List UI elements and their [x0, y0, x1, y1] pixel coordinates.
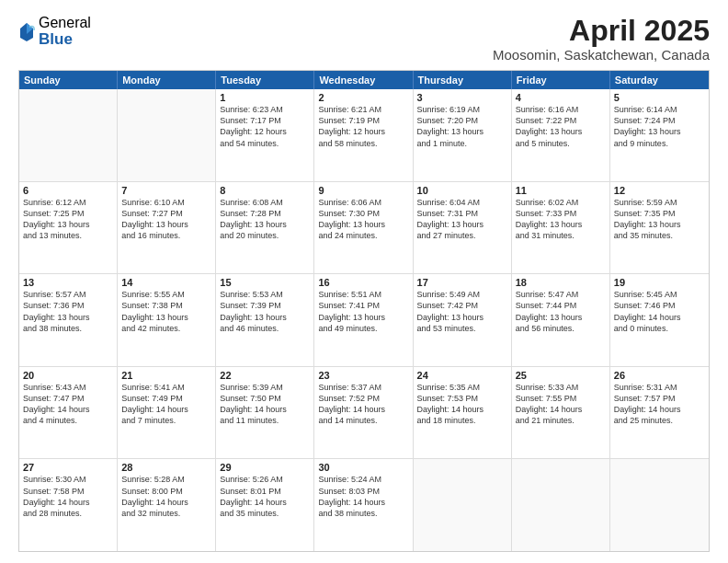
day-cell-8: 8Sunrise: 6:08 AMSunset: 7:28 PMDaylight… [216, 182, 314, 274]
day-info: Sunrise: 5:57 AMSunset: 7:36 PMDaylight:… [23, 289, 113, 334]
header-day-wednesday: Wednesday [314, 71, 413, 89]
logo-icon [18, 21, 35, 41]
day-info: Sunrise: 6:12 AMSunset: 7:25 PMDaylight:… [23, 197, 113, 242]
day-info: Sunrise: 5:28 AMSunset: 8:00 PMDaylight:… [121, 474, 211, 519]
day-cell-30: 30Sunrise: 5:24 AMSunset: 8:03 PMDayligh… [314, 459, 413, 551]
day-number: 27 [23, 462, 113, 473]
page-subtitle: Moosomin, Saskatchewan, Canada [493, 47, 710, 63]
logo: General Blue [18, 15, 91, 48]
calendar: SundayMondayTuesdayWednesdayThursdayFrid… [18, 70, 710, 552]
day-cell-2: 2Sunrise: 6:21 AMSunset: 7:19 PMDaylight… [314, 89, 413, 181]
day-cell-10: 10Sunrise: 6:04 AMSunset: 7:31 PMDayligh… [414, 182, 512, 274]
day-number: 6 [23, 185, 113, 196]
day-number: 25 [516, 370, 606, 381]
day-number: 18 [516, 277, 606, 288]
day-cell-23: 23Sunrise: 5:37 AMSunset: 7:52 PMDayligh… [314, 367, 413, 459]
day-cell-1: 1Sunrise: 6:23 AMSunset: 7:17 PMDaylight… [216, 89, 314, 181]
header-day-thursday: Thursday [414, 71, 512, 89]
day-number: 15 [220, 277, 310, 288]
day-cell-13: 13Sunrise: 5:57 AMSunset: 7:36 PMDayligh… [19, 274, 118, 366]
day-number: 23 [318, 370, 408, 381]
header-day-sunday: Sunday [19, 71, 118, 89]
day-cell-14: 14Sunrise: 5:55 AMSunset: 7:38 PMDayligh… [118, 274, 216, 366]
day-cell-9: 9Sunrise: 6:06 AMSunset: 7:30 PMDaylight… [314, 182, 413, 274]
calendar-row-2: 13Sunrise: 5:57 AMSunset: 7:36 PMDayligh… [19, 274, 709, 367]
day-info: Sunrise: 5:26 AMSunset: 8:01 PMDaylight:… [220, 474, 310, 519]
header-day-tuesday: Tuesday [216, 71, 314, 89]
day-number: 4 [516, 92, 606, 103]
day-cell-29: 29Sunrise: 5:26 AMSunset: 8:01 PMDayligh… [216, 459, 314, 551]
day-number: 1 [220, 92, 310, 103]
day-number: 29 [220, 462, 310, 473]
day-cell-21: 21Sunrise: 5:41 AMSunset: 7:49 PMDayligh… [118, 367, 216, 459]
day-info: Sunrise: 5:45 AMSunset: 7:46 PMDaylight:… [614, 289, 705, 334]
day-number: 13 [23, 277, 113, 288]
day-cell-20: 20Sunrise: 5:43 AMSunset: 7:47 PMDayligh… [19, 367, 118, 459]
day-cell-5: 5Sunrise: 6:14 AMSunset: 7:24 PMDaylight… [610, 89, 709, 181]
day-cell-16: 16Sunrise: 5:51 AMSunset: 7:41 PMDayligh… [314, 274, 413, 366]
empty-cell [414, 459, 512, 551]
day-info: Sunrise: 6:04 AMSunset: 7:31 PMDaylight:… [417, 197, 507, 242]
day-info: Sunrise: 5:30 AMSunset: 7:58 PMDaylight:… [23, 474, 113, 519]
day-cell-24: 24Sunrise: 5:35 AMSunset: 7:53 PMDayligh… [414, 367, 512, 459]
calendar-row-0: 1Sunrise: 6:23 AMSunset: 7:17 PMDaylight… [19, 89, 709, 182]
empty-cell [19, 89, 118, 181]
day-number: 22 [220, 370, 310, 381]
day-number: 26 [614, 370, 705, 381]
day-number: 21 [121, 370, 211, 381]
day-cell-15: 15Sunrise: 5:53 AMSunset: 7:39 PMDayligh… [216, 274, 314, 366]
day-number: 20 [23, 370, 113, 381]
title-block: April 2025 Moosomin, Saskatchewan, Canad… [493, 15, 710, 63]
day-number: 12 [614, 185, 705, 196]
day-info: Sunrise: 5:51 AMSunset: 7:41 PMDaylight:… [318, 289, 408, 334]
day-info: Sunrise: 6:16 AMSunset: 7:22 PMDaylight:… [516, 104, 606, 149]
header-day-friday: Friday [512, 71, 610, 89]
day-cell-17: 17Sunrise: 5:49 AMSunset: 7:42 PMDayligh… [414, 274, 512, 366]
day-cell-18: 18Sunrise: 5:47 AMSunset: 7:44 PMDayligh… [512, 274, 610, 366]
day-info: Sunrise: 5:31 AMSunset: 7:57 PMDaylight:… [614, 382, 705, 427]
day-info: Sunrise: 5:49 AMSunset: 7:42 PMDaylight:… [417, 289, 507, 334]
calendar-row-4: 27Sunrise: 5:30 AMSunset: 7:58 PMDayligh… [19, 459, 709, 551]
page: General Blue April 2025 Moosomin, Saskat… [0, 0, 728, 563]
day-number: 2 [318, 92, 408, 103]
page-title: April 2025 [493, 15, 710, 47]
day-info: Sunrise: 5:59 AMSunset: 7:35 PMDaylight:… [614, 197, 705, 242]
day-info: Sunrise: 5:33 AMSunset: 7:55 PMDaylight:… [516, 382, 606, 427]
day-info: Sunrise: 5:55 AMSunset: 7:38 PMDaylight:… [121, 289, 211, 334]
day-cell-19: 19Sunrise: 5:45 AMSunset: 7:46 PMDayligh… [610, 274, 709, 366]
day-number: 16 [318, 277, 408, 288]
day-info: Sunrise: 5:35 AMSunset: 7:53 PMDaylight:… [417, 382, 507, 427]
calendar-row-3: 20Sunrise: 5:43 AMSunset: 7:47 PMDayligh… [19, 367, 709, 460]
day-info: Sunrise: 6:06 AMSunset: 7:30 PMDaylight:… [318, 197, 408, 242]
day-number: 14 [121, 277, 211, 288]
day-cell-6: 6Sunrise: 6:12 AMSunset: 7:25 PMDaylight… [19, 182, 118, 274]
header: General Blue April 2025 Moosomin, Saskat… [18, 15, 710, 63]
day-cell-26: 26Sunrise: 5:31 AMSunset: 7:57 PMDayligh… [610, 367, 709, 459]
logo-blue: Blue [39, 31, 91, 49]
empty-cell [610, 459, 709, 551]
day-info: Sunrise: 6:19 AMSunset: 7:20 PMDaylight:… [417, 104, 507, 149]
day-cell-27: 27Sunrise: 5:30 AMSunset: 7:58 PMDayligh… [19, 459, 118, 551]
day-info: Sunrise: 5:39 AMSunset: 7:50 PMDaylight:… [220, 382, 310, 427]
day-number: 5 [614, 92, 705, 103]
calendar-body: 1Sunrise: 6:23 AMSunset: 7:17 PMDaylight… [19, 89, 709, 551]
day-cell-3: 3Sunrise: 6:19 AMSunset: 7:20 PMDaylight… [414, 89, 512, 181]
day-info: Sunrise: 5:47 AMSunset: 7:44 PMDaylight:… [516, 289, 606, 334]
day-number: 17 [417, 277, 507, 288]
day-number: 11 [516, 185, 606, 196]
calendar-row-1: 6Sunrise: 6:12 AMSunset: 7:25 PMDaylight… [19, 182, 709, 275]
day-number: 28 [121, 462, 211, 473]
day-cell-25: 25Sunrise: 5:33 AMSunset: 7:55 PMDayligh… [512, 367, 610, 459]
day-info: Sunrise: 5:24 AMSunset: 8:03 PMDaylight:… [318, 474, 408, 519]
calendar-header: SundayMondayTuesdayWednesdayThursdayFrid… [19, 71, 709, 89]
day-info: Sunrise: 6:21 AMSunset: 7:19 PMDaylight:… [318, 104, 408, 149]
day-info: Sunrise: 5:43 AMSunset: 7:47 PMDaylight:… [23, 382, 113, 427]
day-cell-7: 7Sunrise: 6:10 AMSunset: 7:27 PMDaylight… [118, 182, 216, 274]
empty-cell [512, 459, 610, 551]
day-cell-11: 11Sunrise: 6:02 AMSunset: 7:33 PMDayligh… [512, 182, 610, 274]
day-number: 9 [318, 185, 408, 196]
day-number: 10 [417, 185, 507, 196]
day-info: Sunrise: 6:10 AMSunset: 7:27 PMDaylight:… [121, 197, 211, 242]
day-cell-12: 12Sunrise: 5:59 AMSunset: 7:35 PMDayligh… [610, 182, 709, 274]
day-info: Sunrise: 6:08 AMSunset: 7:28 PMDaylight:… [220, 197, 310, 242]
